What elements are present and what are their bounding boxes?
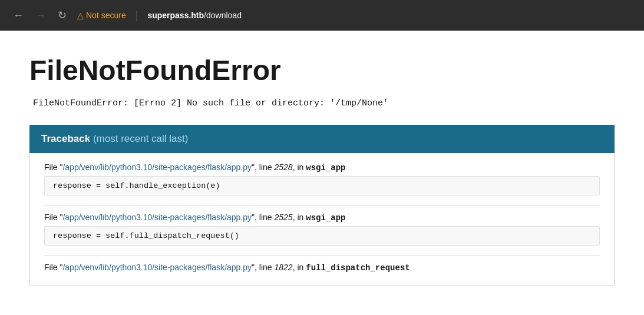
line-num-2: 2525 xyxy=(275,213,293,222)
traceback-label: Traceback xyxy=(41,133,90,144)
security-indicator: △ Not secure xyxy=(77,11,126,20)
traceback-body: File "/app/venv/lib/python3.10/site-pack… xyxy=(29,153,615,286)
url-divider: | xyxy=(136,9,138,22)
func-name-2: wsgi_app xyxy=(306,213,345,223)
code-block-1: response = self.handle_exception(e) xyxy=(44,176,600,195)
file-path-3: /app/venv/lib/python3.10/site-packages/f… xyxy=(62,263,252,272)
url-domain: superpass.htb/download xyxy=(147,11,242,20)
func-name-3: full_dispatch_request xyxy=(306,263,409,273)
file-line-3: File "/app/venv/lib/python3.10/site-pack… xyxy=(44,263,600,273)
browser-chrome: ← → ↻ △ Not secure | superpass.htb/downl… xyxy=(0,0,644,31)
line-num-1: 2528 xyxy=(275,163,293,172)
error-title: FileNotFoundError xyxy=(29,54,615,87)
separator-2 xyxy=(44,255,600,256)
warning-icon: △ xyxy=(77,11,84,20)
traceback-entry-1: File "/app/venv/lib/python3.10/site-pack… xyxy=(44,163,600,195)
file-line-2: File "/app/venv/lib/python3.10/site-pack… xyxy=(44,213,600,223)
traceback-entry-3: File "/app/venv/lib/python3.10/site-pack… xyxy=(44,263,600,273)
separator-1 xyxy=(44,205,600,205)
file-path-2: /app/venv/lib/python3.10/site-packages/f… xyxy=(62,213,252,222)
traceback-header: Traceback (most recent call last) xyxy=(29,125,615,153)
forward-button[interactable]: → xyxy=(32,8,49,23)
nav-buttons: ← → ↻ xyxy=(9,8,70,23)
security-label: Not secure xyxy=(86,11,126,20)
line-num-3: 1822 xyxy=(275,263,293,272)
func-name-1: wsgi_app xyxy=(306,163,345,173)
back-button[interactable]: ← xyxy=(9,8,27,23)
traceback-entry-2: File "/app/venv/lib/python3.10/site-pack… xyxy=(44,213,600,246)
file-path-1: /app/venv/lib/python3.10/site-packages/f… xyxy=(62,163,252,172)
error-message: FileNotFoundError: [Errno 2] No such fil… xyxy=(29,98,615,108)
traceback-section: Traceback (most recent call last) File "… xyxy=(29,125,615,286)
traceback-subtitle: (most recent call last) xyxy=(93,133,189,144)
page-content: FileNotFoundError FileNotFoundError: [Er… xyxy=(0,31,644,298)
code-block-2: response = self.full_dispatch_request() xyxy=(44,226,600,246)
address-bar[interactable]: superpass.htb/download xyxy=(147,11,242,20)
reload-button[interactable]: ↻ xyxy=(54,8,70,23)
file-line-1: File "/app/venv/lib/python3.10/site-pack… xyxy=(44,163,600,173)
